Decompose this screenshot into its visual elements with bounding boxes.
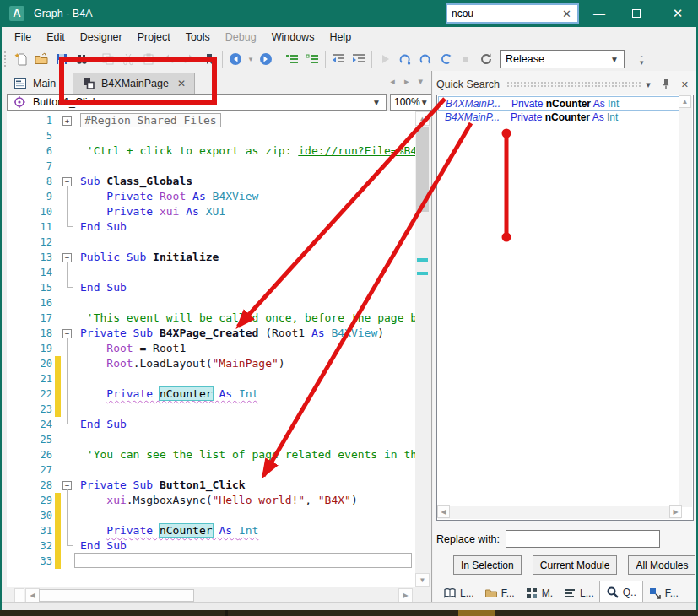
minimize-button[interactable]: — — [585, 0, 614, 27]
rebuild-button[interactable] — [476, 49, 496, 69]
toolbar-grip[interactable] — [3, 51, 8, 68]
current-module-button[interactable]: Current Module — [533, 555, 618, 575]
copy-icon — [101, 52, 115, 66]
editor-zoom-dropdown[interactable]: 100% ▼ — [390, 94, 432, 111]
panel-close-icon[interactable]: ✕ — [677, 79, 693, 90]
build-config-dropdown[interactable]: Release ▼ — [500, 50, 625, 68]
menu-windows[interactable]: Windows — [264, 29, 322, 46]
window-title: Graph - B4A — [34, 8, 92, 19]
tab-b4xmainpage[interactable]: B4XMainPage ✕ — [73, 73, 195, 94]
tool-window-tabs: L...F...M.L...Q..F... — [438, 581, 684, 603]
step-over-icon — [398, 52, 412, 66]
menu-edit[interactable]: Edit — [39, 29, 73, 46]
event-sub-icon — [13, 95, 26, 109]
tab-scroll-buttons[interactable]: ◂ ▸ ▾ — [390, 76, 426, 87]
scrollbar-thumb[interactable] — [416, 127, 429, 212]
panel-menu-chevron-icon[interactable]: ▾ — [641, 79, 655, 90]
outdent-button[interactable] — [328, 49, 349, 69]
editor-vertical-scrollbar[interactable]: ▲ ▼ — [415, 111, 430, 587]
search-result-row[interactable]: B4XMainP...Private nCounter As Int — [438, 111, 679, 125]
all-modules-button[interactable]: All Modules — [628, 555, 695, 575]
scroll-right-icon[interactable]: ▶ — [669, 505, 682, 518]
panel-header[interactable]: Quick Search ▾ ✕ — [436, 76, 693, 93]
tool-tab-folder[interactable]: F... — [479, 583, 520, 603]
tool-tab-lines[interactable]: L... — [558, 583, 599, 603]
menu-file[interactable]: File — [7, 29, 39, 46]
redo-button — [179, 49, 199, 69]
code-line[interactable]: 5 — [7, 128, 419, 143]
uncomment-button[interactable] — [302, 49, 322, 69]
fold-toggle[interactable]: + — [62, 116, 72, 126]
indent-button[interactable] — [349, 49, 369, 69]
search-result-row[interactable]: B4XMainP...Private nCounter As Int — [438, 96, 679, 111]
new-file-button[interactable] — [11, 49, 31, 69]
tool-tab-label: F... — [501, 587, 515, 599]
code-editor[interactable]: 1+#Region Shared Files56 'Ctrl + click t… — [7, 111, 430, 587]
code-line[interactable]: 1+#Region Shared Files — [7, 113, 419, 128]
results-horizontal-scrollbar[interactable]: ◀ ▶ — [438, 506, 681, 519]
maximize-button[interactable] — [622, 0, 651, 27]
tool-tab-refs[interactable]: F... — [643, 583, 684, 603]
find-in-files-button[interactable] — [72, 49, 92, 69]
pin-icon[interactable] — [655, 78, 677, 91]
code-line[interactable]: 12 — [7, 235, 419, 250]
scroll-up-icon[interactable]: ▲ — [415, 111, 430, 126]
code-line[interactable]: 16 — [7, 295, 419, 311]
in-selection-button[interactable]: In Selection — [453, 555, 522, 575]
step-over-button[interactable] — [395, 49, 415, 69]
nav-back-button[interactable] — [225, 49, 246, 69]
tool-tab-modules[interactable]: M. — [520, 583, 558, 603]
scroll-right-icon[interactable]: ▶ — [398, 588, 413, 602]
menu-tools[interactable]: Tools — [178, 29, 218, 46]
nav-forward-button[interactable] — [256, 49, 276, 69]
fold-toggle[interactable]: − — [62, 253, 72, 262]
fold-toggle[interactable]: − — [62, 177, 72, 186]
os-taskbar[interactable] — [0, 610, 698, 616]
scroll-down-icon[interactable]: ▼ — [415, 573, 430, 587]
editor-horizontal-scrollbar[interactable]: ◀ ▶ — [7, 588, 414, 602]
scroll-left-icon[interactable]: ◀ — [437, 505, 450, 518]
menu-project[interactable]: Project — [130, 29, 178, 46]
tool-tab-book[interactable]: L... — [438, 583, 479, 603]
chevron-down-icon: ▼ — [372, 98, 381, 107]
sub-navigator-dropdown[interactable]: Button1_Click ▼ — [7, 94, 387, 111]
code-line[interactable]: 17 'This event will be called once, befo… — [7, 311, 419, 326]
replace-input[interactable] — [506, 530, 660, 548]
code-line[interactable]: 25 — [7, 432, 419, 447]
panel-splitter[interactable] — [431, 71, 432, 604]
tab-close-icon[interactable]: ✕ — [177, 78, 186, 89]
menu-designer[interactable]: Designer — [73, 29, 130, 46]
fold-toggle[interactable]: − — [62, 329, 72, 338]
code-text: Private Root As B4XView — [80, 189, 258, 204]
toolbar-overflow-button[interactable]: ⹀▾ — [640, 52, 644, 66]
code-line[interactable]: 27 — [7, 462, 419, 478]
bookmark-button[interactable] — [199, 49, 219, 69]
scroll-left-icon[interactable]: ◀ — [25, 588, 40, 602]
comment-button[interactable] — [282, 49, 302, 69]
titlebar-search-input[interactable] — [447, 8, 556, 19]
tool-tab-search[interactable]: Q.. — [599, 581, 643, 603]
search-results-list[interactable]: B4XMainP...Private nCounter As IntB4XMai… — [436, 95, 694, 521]
step-out-button[interactable] — [436, 49, 456, 69]
scrollbar-thumb[interactable] — [39, 589, 194, 602]
titlebar-search-box[interactable]: ✕ — [446, 3, 579, 24]
code-line[interactable]: 7 — [7, 159, 419, 174]
tab-label: B4XMainPage — [101, 78, 169, 89]
changed-line-bar — [55, 538, 61, 554]
code-line[interactable]: 26 'You can see the list of page related… — [7, 447, 419, 462]
paste-icon — [142, 52, 155, 66]
search-clear-icon[interactable]: ✕ — [556, 8, 577, 20]
open-button[interactable] — [31, 49, 51, 69]
save-button[interactable] — [51, 49, 72, 69]
menu-help[interactable]: Help — [322, 29, 359, 46]
tab-main[interactable]: Main — [5, 73, 64, 94]
taskbar-active-app[interactable] — [458, 610, 495, 616]
step-into-button[interactable] — [415, 49, 436, 69]
stop-button — [456, 49, 476, 69]
scroll-up-icon[interactable]: ▲ — [679, 95, 691, 108]
fold-toggle[interactable]: − — [62, 481, 72, 490]
results-vertical-scrollbar[interactable]: ▲ — [679, 96, 692, 507]
code-line[interactable]: 6 'Ctrl + click to export as zip: ide://… — [7, 143, 419, 159]
scrollbar-grip[interactable] — [14, 588, 24, 602]
close-button[interactable]: ✕ — [663, 0, 692, 27]
